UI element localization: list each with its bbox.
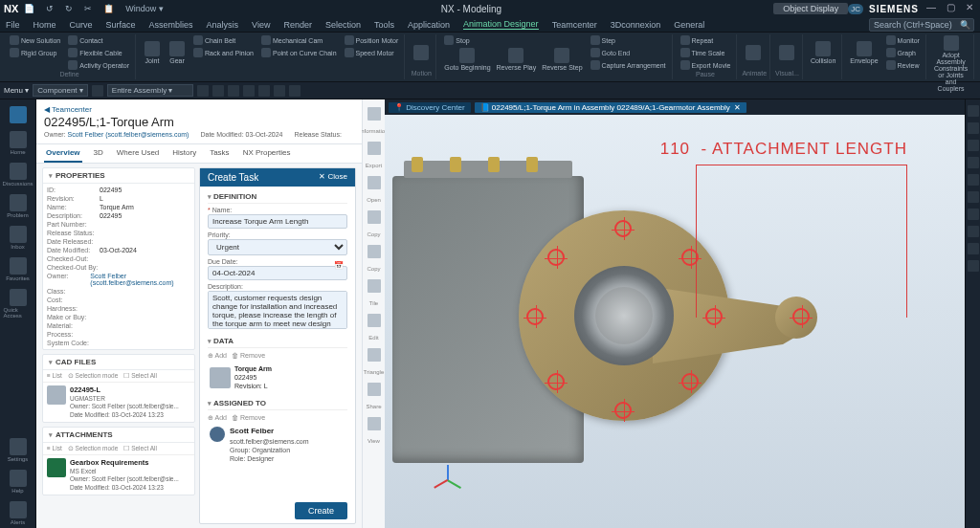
open-icon[interactable] — [368, 176, 381, 189]
breadcrumb[interactable]: ◀ Teamcenter — [44, 105, 354, 114]
tab-nx-props[interactable]: NX Properties — [241, 144, 293, 163]
maximize-icon[interactable]: ▢ — [944, 2, 957, 15]
vp-tab-discovery[interactable]: 📍 Discovery Center — [389, 102, 471, 113]
goto-end-button[interactable]: Goto End — [588, 47, 669, 58]
menu-selection[interactable]: Selection — [325, 20, 361, 30]
new-solution-button[interactable]: New Solution — [7, 34, 63, 46]
rail-alerts[interactable]: Alerts — [4, 498, 33, 528]
point-curve-button[interactable]: Point on Curve Chain — [258, 47, 340, 58]
selection-mode[interactable]: ⊙ Selection mode — [68, 372, 119, 380]
menu-teamcenter[interactable]: Teamcenter — [552, 20, 597, 30]
tab-overview[interactable]: Overview — [44, 144, 82, 163]
menu-dropdown[interactable]: Menu ▾ — [4, 86, 29, 95]
menu-3dconnexion[interactable]: 3Dconnexion — [611, 20, 661, 30]
edit-icon[interactable] — [368, 314, 381, 327]
visual-button[interactable] — [775, 34, 798, 70]
properties-header[interactable]: PROPERTIES — [43, 168, 194, 184]
rail-settings[interactable]: Settings — [4, 435, 33, 465]
tab-history[interactable]: History — [170, 144, 198, 163]
task-name-input[interactable] — [208, 214, 347, 229]
resource-icon[interactable] — [968, 260, 979, 272]
view-triad[interactable] — [433, 457, 463, 488]
rigid-group-button[interactable]: Rigid Group — [7, 47, 63, 58]
add-assignee-button[interactable]: ⊕ Add — [208, 414, 227, 421]
triangle-icon[interactable] — [368, 348, 381, 362]
toolbar-icon[interactable] — [197, 85, 209, 97]
scope-select[interactable]: Entire Assembly ▾ — [107, 84, 193, 97]
window-menu[interactable]: Window ▾ — [125, 4, 164, 13]
assigned-header[interactable]: ASSIGNED TO — [208, 397, 347, 410]
speed-motor-button[interactable]: Speed Motor — [342, 47, 402, 58]
tab-close-icon[interactable]: ✕ — [734, 103, 741, 112]
list-view-toggle[interactable]: ≡ List — [47, 372, 62, 380]
position-motor-button[interactable]: Position Motor — [342, 34, 402, 46]
resource-icon[interactable] — [968, 209, 979, 220]
chain-belt-button[interactable]: Chain Belt — [190, 34, 256, 46]
resource-icon[interactable] — [968, 140, 979, 151]
description-textarea[interactable]: Scott, customer requests design change f… — [208, 291, 347, 329]
dimension-annotation[interactable]: 110 - ATTACHMENT LENGTH — [660, 140, 907, 159]
minimize-icon[interactable]: — — [924, 2, 938, 15]
monitor-button[interactable]: Monitor — [883, 34, 923, 46]
reverse-play-button[interactable]: Reverse Play — [494, 47, 540, 72]
due-date-input[interactable] — [208, 266, 347, 280]
menu-animation-designer[interactable]: Animation Designer — [463, 19, 539, 30]
cad-file-row[interactable]: 022495-L UGMASTER Owner: Scott Felber (s… — [43, 383, 194, 422]
menu-curve[interactable]: Curve — [70, 20, 93, 30]
gear-button[interactable]: Gear — [166, 34, 189, 70]
export-movie-button[interactable]: Export Movie — [678, 59, 734, 71]
add-data-button[interactable]: ⊕ Add — [208, 352, 227, 359]
remove-data-button[interactable]: 🗑 Remove — [232, 352, 265, 359]
rail-inbox[interactable]: Inbox — [4, 223, 33, 253]
info-icon[interactable] — [368, 107, 381, 121]
qat-item[interactable]: ✂ — [84, 4, 92, 13]
canvas-3d[interactable]: 110 - ATTACHMENT LENGTH — [385, 115, 965, 528]
flexible-cable-button[interactable]: Flexible Cable — [65, 47, 132, 58]
reverse-step-button[interactable]: Reverse Step — [539, 47, 585, 72]
share-icon[interactable] — [368, 383, 381, 396]
toolbar-icon[interactable] — [92, 85, 103, 97]
remove-assignee-button[interactable]: 🗑 Remove — [232, 414, 265, 421]
cad-files-header[interactable]: CAD FILES — [43, 355, 194, 370]
rail-discussions[interactable]: Discussions — [4, 160, 33, 189]
toolbar-icon[interactable] — [212, 85, 224, 97]
menu-file[interactable]: File — [6, 20, 20, 30]
resource-icon[interactable] — [968, 157, 979, 168]
rail-tc-icon[interactable] — [4, 103, 33, 126]
menu-application[interactable]: Application — [408, 20, 450, 30]
priority-select[interactable]: Urgent — [208, 239, 347, 255]
definition-header[interactable]: DEFINITION — [208, 190, 347, 204]
step-button[interactable]: Step — [588, 34, 669, 46]
menu-surface[interactable]: Surface — [106, 20, 136, 30]
stop-button[interactable]: Stop — [441, 34, 585, 46]
menu-general[interactable]: General — [674, 20, 704, 30]
resource-icon[interactable] — [968, 122, 979, 134]
toolbar-icon[interactable] — [243, 85, 255, 97]
goto-beginning-button[interactable]: Goto Beginning — [441, 47, 493, 72]
menu-analysis[interactable]: Analysis — [207, 20, 239, 30]
tab-tasks[interactable]: Tasks — [208, 144, 231, 163]
repeat-button[interactable]: Repeat — [678, 34, 734, 46]
rack-pinion-button[interactable]: Rack and Pinion — [190, 47, 256, 58]
collision-button[interactable]: Collision — [808, 34, 838, 70]
resource-icon[interactable] — [968, 174, 979, 186]
menu-view[interactable]: View — [252, 20, 270, 30]
task-close-button[interactable]: ✕ Close — [319, 172, 347, 183]
qat-item[interactable]: 📄 — [24, 4, 34, 13]
envelope-button[interactable]: Envelope — [847, 34, 880, 71]
rail-home[interactable]: Home — [4, 128, 33, 158]
attachments-header[interactable]: ATTACHMENTS — [43, 428, 194, 443]
copy2-icon[interactable] — [368, 245, 381, 258]
qat-item[interactable]: ↻ — [65, 4, 73, 13]
resource-icon[interactable] — [968, 243, 979, 254]
owner-link[interactable]: Scott Felber (scott.felber@siemens.com) — [68, 131, 189, 138]
command-search[interactable]: Search (Ctrl+Space)🔍 — [869, 18, 974, 32]
data-item-row[interactable]: Torque Arm 022495 Revision: L — [208, 362, 347, 393]
close-icon[interactable]: ✕ — [963, 2, 976, 15]
graph-button[interactable]: Graph — [883, 47, 923, 58]
vp-tab-assembly[interactable]: 📘 022495/L;1-Torque Arm in Assembly 0224… — [475, 102, 746, 113]
mech-cam-button[interactable]: Mechanical Cam — [258, 34, 340, 46]
contact-button[interactable]: Contact — [65, 34, 132, 46]
time-scale-button[interactable]: Time Scale — [678, 47, 734, 58]
resource-icon[interactable] — [968, 226, 979, 237]
